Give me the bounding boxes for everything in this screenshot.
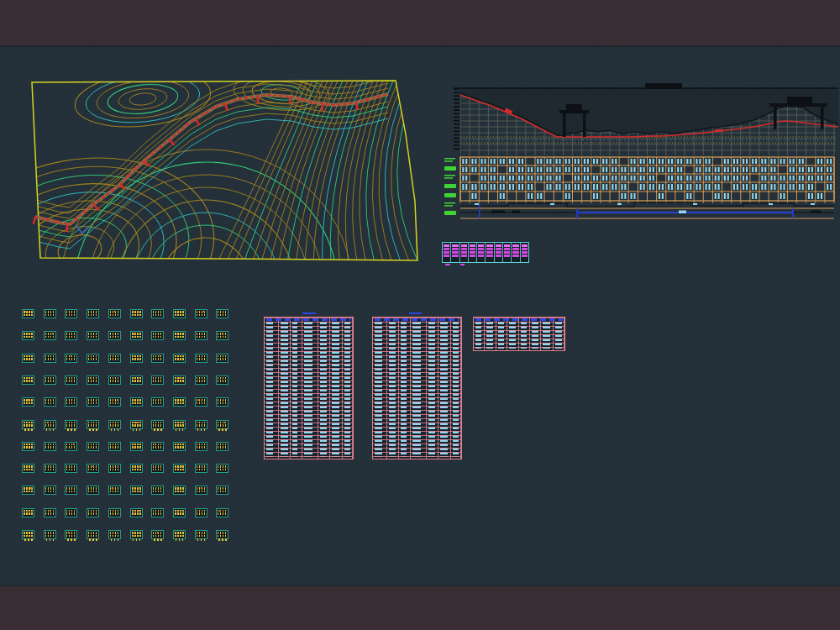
section-symbol-block[interactable] bbox=[44, 530, 56, 539]
section-symbol-block[interactable] bbox=[22, 486, 34, 495]
section-symbol-block[interactable] bbox=[130, 375, 143, 385]
section-symbol-block[interactable] bbox=[216, 309, 228, 318]
section-symbol-block[interactable] bbox=[151, 508, 164, 517]
section-symbol-block[interactable] bbox=[216, 331, 228, 340]
section-symbol-block[interactable] bbox=[108, 530, 121, 539]
section-symbol-block[interactable] bbox=[195, 331, 207, 340]
section-symbol-block[interactable] bbox=[108, 420, 121, 429]
section-symbol-block[interactable] bbox=[151, 530, 164, 539]
section-symbol-block[interactable] bbox=[108, 354, 121, 363]
longitudinal-profile-panel[interactable] bbox=[441, 78, 840, 223]
section-symbol-block[interactable] bbox=[151, 442, 164, 451]
section-symbol-block[interactable] bbox=[151, 309, 164, 318]
section-symbol-block[interactable] bbox=[65, 375, 77, 385]
section-symbol-block[interactable] bbox=[130, 486, 143, 495]
section-symbol-block[interactable] bbox=[130, 331, 143, 340]
section-symbol-block[interactable] bbox=[22, 530, 34, 539]
section-symbol-block[interactable] bbox=[151, 464, 164, 473]
xs-data-table[interactable] bbox=[473, 317, 565, 351]
section-symbol-block[interactable] bbox=[173, 530, 186, 539]
section-symbol-block[interactable] bbox=[130, 309, 143, 318]
section-symbol-block[interactable] bbox=[130, 442, 143, 451]
section-symbol-block[interactable] bbox=[44, 397, 56, 407]
section-symbol-block[interactable] bbox=[216, 420, 228, 429]
section-symbol-block[interactable] bbox=[216, 508, 228, 517]
section-symbol-block[interactable] bbox=[87, 375, 99, 385]
section-symbol-block[interactable] bbox=[216, 530, 228, 539]
section-symbol-block[interactable] bbox=[108, 331, 121, 340]
section-symbol-block[interactable] bbox=[65, 486, 77, 495]
section-symbol-block[interactable] bbox=[22, 508, 34, 517]
section-symbol-block[interactable] bbox=[216, 375, 228, 385]
contour-site-plan-panel[interactable] bbox=[25, 74, 420, 267]
section-symbol-block[interactable] bbox=[130, 530, 143, 539]
section-symbol-block[interactable] bbox=[87, 486, 99, 495]
section-symbol-block[interactable] bbox=[216, 464, 228, 473]
section-symbol-block[interactable] bbox=[44, 464, 56, 473]
section-symbol-block[interactable] bbox=[22, 442, 34, 451]
section-symbol-block[interactable] bbox=[216, 442, 228, 451]
section-symbol-block[interactable] bbox=[22, 464, 34, 473]
section-symbol-block[interactable] bbox=[87, 331, 99, 340]
magenta-summary-table[interactable] bbox=[442, 242, 529, 263]
section-symbol-block[interactable] bbox=[216, 354, 228, 363]
section-symbol-block[interactable] bbox=[151, 486, 164, 495]
section-symbol-block[interactable] bbox=[173, 508, 186, 517]
section-symbol-block[interactable] bbox=[173, 420, 186, 429]
xs-data-table[interactable] bbox=[264, 317, 354, 459]
section-symbol-block[interactable] bbox=[151, 354, 164, 363]
section-symbol-block[interactable] bbox=[87, 309, 99, 318]
section-symbol-block[interactable] bbox=[195, 309, 207, 318]
section-symbol-block[interactable] bbox=[87, 442, 99, 451]
section-symbol-block[interactable] bbox=[44, 420, 56, 429]
xs-data-table[interactable] bbox=[372, 317, 462, 459]
section-symbol-block[interactable] bbox=[22, 397, 34, 407]
profile-band-table[interactable] bbox=[444, 157, 834, 218]
section-symbol-block[interactable] bbox=[130, 354, 143, 363]
section-symbol-block[interactable] bbox=[173, 354, 186, 363]
section-symbol-block[interactable] bbox=[65, 442, 77, 451]
section-symbol-block[interactable] bbox=[87, 464, 99, 473]
section-symbol-block[interactable] bbox=[195, 464, 207, 473]
section-symbol-block[interactable] bbox=[87, 354, 99, 363]
section-symbol-block[interactable] bbox=[108, 508, 121, 517]
section-symbol-block[interactable] bbox=[195, 530, 207, 539]
section-symbol-block[interactable] bbox=[65, 397, 77, 407]
section-symbol-block[interactable] bbox=[44, 375, 56, 385]
section-symbol-block[interactable] bbox=[173, 331, 186, 340]
section-symbol-block[interactable] bbox=[22, 309, 34, 318]
section-symbol-block[interactable] bbox=[108, 309, 121, 318]
section-symbol-block[interactable] bbox=[87, 397, 99, 407]
section-symbol-block[interactable] bbox=[195, 354, 207, 363]
section-symbol-block[interactable] bbox=[44, 354, 56, 363]
section-symbol-block[interactable] bbox=[65, 508, 77, 517]
section-symbol-block[interactable] bbox=[65, 354, 77, 363]
section-symbol-block[interactable] bbox=[44, 442, 56, 451]
section-symbol-block[interactable] bbox=[44, 508, 56, 517]
section-symbol-block[interactable] bbox=[65, 331, 77, 340]
section-symbol-block[interactable] bbox=[130, 464, 143, 473]
section-symbol-block[interactable] bbox=[173, 397, 186, 407]
section-symbol-block[interactable] bbox=[195, 508, 207, 517]
section-symbol-block[interactable] bbox=[65, 420, 77, 429]
section-symbol-block[interactable] bbox=[173, 464, 186, 473]
section-symbol-block[interactable] bbox=[44, 309, 56, 318]
section-symbol-block[interactable] bbox=[195, 420, 207, 429]
section-symbol-block[interactable] bbox=[87, 508, 99, 517]
section-symbol-block[interactable] bbox=[173, 486, 186, 495]
section-symbol-block[interactable] bbox=[108, 442, 121, 451]
section-symbol-block[interactable] bbox=[130, 508, 143, 517]
section-symbol-block[interactable] bbox=[216, 397, 228, 407]
section-symbol-block[interactable] bbox=[216, 486, 228, 495]
section-symbol-block[interactable] bbox=[195, 375, 207, 385]
section-symbol-block[interactable] bbox=[44, 331, 56, 340]
section-symbol-block[interactable] bbox=[151, 397, 164, 407]
section-symbol-block[interactable] bbox=[22, 354, 34, 363]
section-symbol-block[interactable] bbox=[173, 442, 186, 451]
section-symbol-block[interactable] bbox=[108, 464, 121, 473]
section-symbol-block[interactable] bbox=[22, 375, 34, 385]
section-symbol-block[interactable] bbox=[130, 420, 143, 429]
section-symbol-block[interactable] bbox=[195, 442, 207, 451]
section-symbol-block[interactable] bbox=[65, 464, 77, 473]
section-symbol-block[interactable] bbox=[22, 331, 34, 340]
